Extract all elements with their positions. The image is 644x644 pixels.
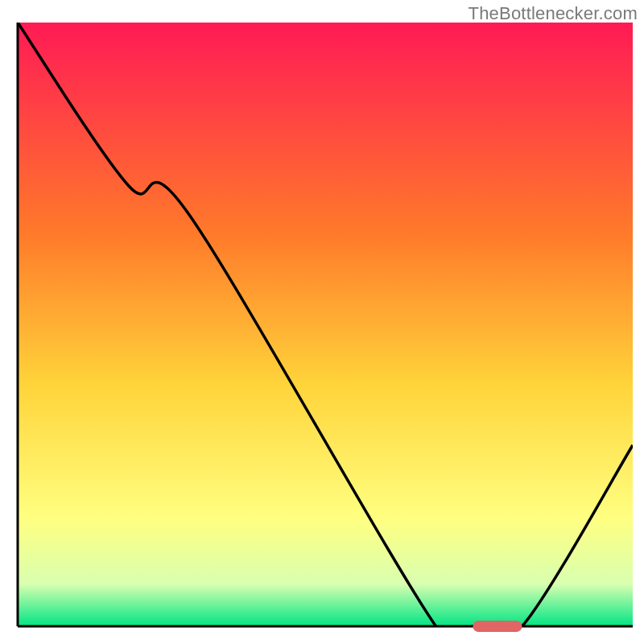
optimal-marker bbox=[473, 621, 522, 632]
bottleneck-chart bbox=[0, 0, 644, 644]
watermark-text: TheBottlenecker.com bbox=[469, 3, 638, 24]
gradient-background bbox=[18, 23, 633, 626]
chart-container: TheBottlenecker.com bbox=[0, 0, 644, 644]
